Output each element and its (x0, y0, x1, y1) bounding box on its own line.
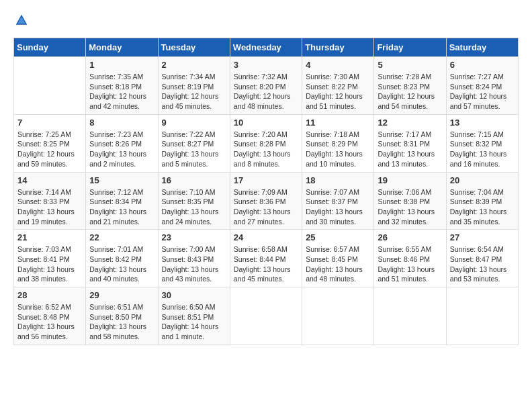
day-cell: 7Sunrise: 7:25 AM Sunset: 8:25 PM Daylig… (14, 114, 86, 172)
day-cell: 17Sunrise: 7:09 AM Sunset: 8:36 PM Dayli… (230, 172, 302, 230)
day-info: Sunrise: 7:10 AM Sunset: 8:35 PM Dayligh… (162, 187, 226, 227)
day-info: Sunrise: 6:55 AM Sunset: 8:46 PM Dayligh… (378, 244, 442, 284)
page-header (13, 13, 519, 31)
day-number: 23 (162, 232, 226, 242)
week-row-3: 14Sunrise: 7:14 AM Sunset: 8:33 PM Dayli… (14, 172, 519, 230)
day-number: 5 (378, 60, 442, 70)
day-number: 7 (17, 118, 82, 128)
day-cell (230, 287, 302, 345)
day-cell: 3Sunrise: 7:32 AM Sunset: 8:20 PM Daylig… (230, 57, 302, 115)
day-number: 4 (306, 60, 370, 70)
col-header-wednesday: Wednesday (230, 38, 302, 57)
day-cell: 23Sunrise: 7:00 AM Sunset: 8:43 PM Dayli… (158, 230, 230, 287)
day-cell: 10Sunrise: 7:20 AM Sunset: 8:28 PM Dayli… (230, 114, 302, 172)
day-cell: 15Sunrise: 7:12 AM Sunset: 8:34 PM Dayli… (86, 172, 158, 230)
day-cell: 13Sunrise: 7:15 AM Sunset: 8:32 PM Dayli… (446, 114, 518, 172)
day-cell: 27Sunrise: 6:54 AM Sunset: 8:47 PM Dayli… (446, 230, 518, 287)
day-cell: 28Sunrise: 6:52 AM Sunset: 8:48 PM Dayli… (14, 287, 86, 345)
day-info: Sunrise: 7:20 AM Sunset: 8:28 PM Dayligh… (234, 130, 298, 169)
day-cell: 20Sunrise: 7:04 AM Sunset: 8:39 PM Dayli… (446, 172, 518, 230)
day-number: 15 (89, 175, 154, 185)
day-info: Sunrise: 7:03 AM Sunset: 8:41 PM Dayligh… (17, 244, 82, 284)
day-cell: 22Sunrise: 7:01 AM Sunset: 8:42 PM Dayli… (86, 230, 158, 287)
day-cell: 11Sunrise: 7:18 AM Sunset: 8:29 PM Dayli… (302, 114, 374, 172)
week-row-4: 21Sunrise: 7:03 AM Sunset: 8:41 PM Dayli… (14, 230, 519, 287)
day-cell: 4Sunrise: 7:30 AM Sunset: 8:22 PM Daylig… (302, 57, 374, 115)
day-cell: 2Sunrise: 7:34 AM Sunset: 8:19 PM Daylig… (158, 57, 230, 115)
day-info: Sunrise: 6:51 AM Sunset: 8:50 PM Dayligh… (89, 302, 154, 342)
day-number: 14 (17, 175, 82, 185)
day-number: 22 (89, 232, 154, 242)
day-number: 1 (89, 60, 154, 70)
day-info: Sunrise: 7:17 AM Sunset: 8:31 PM Dayligh… (378, 130, 442, 169)
day-number: 30 (162, 290, 226, 300)
day-cell: 19Sunrise: 7:06 AM Sunset: 8:38 PM Dayli… (374, 172, 446, 230)
day-number: 24 (234, 232, 298, 242)
col-header-friday: Friday (374, 38, 446, 57)
col-header-saturday: Saturday (446, 38, 518, 57)
day-number: 12 (378, 118, 442, 128)
day-info: Sunrise: 7:34 AM Sunset: 8:19 PM Dayligh… (162, 72, 226, 111)
day-info: Sunrise: 7:23 AM Sunset: 8:26 PM Dayligh… (89, 130, 154, 169)
day-number: 25 (306, 232, 370, 242)
logo (13, 13, 28, 31)
day-cell: 8Sunrise: 7:23 AM Sunset: 8:26 PM Daylig… (86, 114, 158, 172)
day-number: 26 (378, 232, 442, 242)
day-info: Sunrise: 6:54 AM Sunset: 8:47 PM Dayligh… (450, 244, 515, 284)
day-number: 16 (162, 175, 226, 185)
day-number: 21 (17, 232, 82, 242)
day-cell (302, 287, 374, 345)
day-cell: 5Sunrise: 7:28 AM Sunset: 8:23 PM Daylig… (374, 57, 446, 115)
day-number: 9 (162, 118, 226, 128)
day-cell: 29Sunrise: 6:51 AM Sunset: 8:50 PM Dayli… (86, 287, 158, 345)
day-info: Sunrise: 6:57 AM Sunset: 8:45 PM Dayligh… (306, 244, 370, 284)
day-info: Sunrise: 7:00 AM Sunset: 8:43 PM Dayligh… (162, 244, 226, 284)
day-cell: 25Sunrise: 6:57 AM Sunset: 8:45 PM Dayli… (302, 230, 374, 287)
day-cell: 12Sunrise: 7:17 AM Sunset: 8:31 PM Dayli… (374, 114, 446, 172)
day-info: Sunrise: 6:58 AM Sunset: 8:44 PM Dayligh… (234, 244, 298, 284)
day-info: Sunrise: 6:52 AM Sunset: 8:48 PM Dayligh… (17, 302, 82, 342)
day-cell (14, 57, 86, 115)
week-row-1: 1Sunrise: 7:35 AM Sunset: 8:18 PM Daylig… (14, 57, 519, 115)
col-header-sunday: Sunday (14, 38, 86, 57)
day-info: Sunrise: 7:07 AM Sunset: 8:37 PM Dayligh… (306, 187, 370, 227)
logo-text (13, 13, 28, 31)
day-number: 20 (450, 175, 515, 185)
day-number: 18 (306, 175, 370, 185)
calendar-table: SundayMondayTuesdayWednesdayThursdayFrid… (13, 38, 519, 345)
col-header-monday: Monday (86, 38, 158, 57)
day-number: 29 (89, 290, 154, 300)
day-info: Sunrise: 7:30 AM Sunset: 8:22 PM Dayligh… (306, 72, 370, 111)
day-info: Sunrise: 7:25 AM Sunset: 8:25 PM Dayligh… (17, 130, 82, 169)
day-number: 6 (450, 60, 515, 70)
day-info: Sunrise: 7:18 AM Sunset: 8:29 PM Dayligh… (306, 130, 370, 169)
day-info: Sunrise: 7:35 AM Sunset: 8:18 PM Dayligh… (89, 72, 154, 111)
col-header-thursday: Thursday (302, 38, 374, 57)
day-number: 10 (234, 118, 298, 128)
day-number: 13 (450, 118, 515, 128)
calendar-header-row: SundayMondayTuesdayWednesdayThursdayFrid… (14, 38, 519, 57)
day-cell: 21Sunrise: 7:03 AM Sunset: 8:41 PM Dayli… (14, 230, 86, 287)
day-info: Sunrise: 6:50 AM Sunset: 8:51 PM Dayligh… (162, 302, 226, 342)
day-cell: 30Sunrise: 6:50 AM Sunset: 8:51 PM Dayli… (158, 287, 230, 345)
day-number: 11 (306, 118, 370, 128)
day-cell: 9Sunrise: 7:22 AM Sunset: 8:27 PM Daylig… (158, 114, 230, 172)
day-info: Sunrise: 7:12 AM Sunset: 8:34 PM Dayligh… (89, 187, 154, 227)
logo-icon (15, 13, 28, 27)
week-row-5: 28Sunrise: 6:52 AM Sunset: 8:48 PM Dayli… (14, 287, 519, 345)
day-info: Sunrise: 7:04 AM Sunset: 8:39 PM Dayligh… (450, 187, 515, 227)
day-number: 17 (234, 175, 298, 185)
col-header-tuesday: Tuesday (158, 38, 230, 57)
day-cell: 1Sunrise: 7:35 AM Sunset: 8:18 PM Daylig… (86, 57, 158, 115)
day-cell: 24Sunrise: 6:58 AM Sunset: 8:44 PM Dayli… (230, 230, 302, 287)
day-info: Sunrise: 7:06 AM Sunset: 8:38 PM Dayligh… (378, 187, 442, 227)
day-cell: 26Sunrise: 6:55 AM Sunset: 8:46 PM Dayli… (374, 230, 446, 287)
day-cell (446, 287, 518, 345)
day-number: 19 (378, 175, 442, 185)
day-cell (374, 287, 446, 345)
day-cell: 18Sunrise: 7:07 AM Sunset: 8:37 PM Dayli… (302, 172, 374, 230)
day-cell: 16Sunrise: 7:10 AM Sunset: 8:35 PM Dayli… (158, 172, 230, 230)
day-info: Sunrise: 7:28 AM Sunset: 8:23 PM Dayligh… (378, 72, 442, 111)
day-info: Sunrise: 7:14 AM Sunset: 8:33 PM Dayligh… (17, 187, 82, 227)
day-info: Sunrise: 7:15 AM Sunset: 8:32 PM Dayligh… (450, 130, 515, 169)
